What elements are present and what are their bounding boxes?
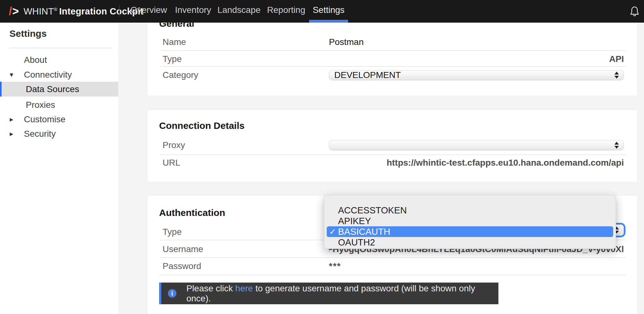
generate-credentials-link[interactable]: here — [235, 284, 253, 293]
chevron-right-icon[interactable]: ▸ — [10, 115, 19, 124]
sidebar-item-customise[interactable]: ▸ Customise — [0, 112, 118, 127]
sidebar-item-proxies[interactable]: Proxies — [0, 97, 118, 112]
chevron-right-icon[interactable]: ▸ — [10, 130, 19, 138]
auth-type-label: Type — [163, 227, 182, 237]
row-divider — [159, 257, 626, 258]
dropdown-option-oauth2[interactable]: OAUTH2 — [327, 237, 613, 248]
type-label: Type — [163, 54, 182, 64]
sidebar-item-label: Data Sources — [26, 84, 79, 94]
sidebar-divider — [9, 48, 112, 48]
tab-reporting[interactable]: Reporting — [267, 0, 305, 20]
password-label: Password — [163, 261, 201, 272]
auth-type-dropdown-menu: ACCESSTOKEN APIKEY ✓ BASICAUTH OAUTH2 — [324, 195, 616, 249]
category-select-value: DEVELOPMENT — [334, 70, 401, 80]
sidebar-item-label: Security — [24, 129, 56, 139]
category-select[interactable]: DEVELOPMENT — [329, 70, 624, 80]
dropdown-option-label: ACCESSTOKEN — [338, 205, 407, 216]
dropdown-option-basicauth[interactable]: ✓ BASICAUTH — [327, 226, 613, 237]
sidebar-item-connectivity[interactable]: ▾ Connectivity — [0, 67, 118, 82]
tab-landscape[interactable]: Landscape — [217, 0, 260, 20]
sidebar-item-label: Proxies — [26, 100, 55, 110]
url-value: https://whintic-test.cfapps.eu10.hana.on… — [329, 157, 624, 168]
notifications-bell-icon[interactable] — [630, 6, 639, 17]
sidebar-item-label: About — [24, 55, 47, 65]
sidebar-item-security[interactable]: ▸ Security — [0, 126, 118, 141]
username-label: Username — [163, 244, 203, 255]
app-logo[interactable]: /> WHINT®Integration Cockpit — [9, 0, 143, 23]
row-divider — [159, 50, 626, 51]
name-label: Name — [163, 37, 186, 47]
password-value: *** — [329, 261, 624, 272]
section-title-connection-details: Connection Details — [159, 120, 245, 131]
registered-mark: ® — [54, 7, 57, 12]
app-title: WHINT®Integration Cockpit — [24, 6, 143, 17]
sidebar-item-data-sources[interactable]: Data Sources — [0, 82, 118, 96]
logo-slash: / — [9, 5, 12, 18]
proxy-select[interactable] — [329, 140, 624, 150]
sidebar-title: Settings — [9, 28, 47, 39]
selected-indicator — [0, 82, 2, 96]
settings-sidebar: Settings About ▾ Connectivity Data Sourc… — [0, 23, 118, 314]
chevron-down-icon[interactable]: ▾ — [10, 71, 19, 79]
brand-name: WHINT — [24, 6, 54, 16]
row-divider — [159, 155, 626, 155]
dropdown-option-label: APIKEY — [338, 216, 371, 226]
category-label: Category — [163, 70, 198, 80]
type-value: API — [329, 54, 624, 64]
app-root: /> WHINT®Integration Cockpit Overview In… — [0, 0, 644, 314]
tab-settings[interactable]: Settings — [313, 0, 344, 20]
info-icon: i — [168, 289, 176, 298]
logo-chevron: > — [12, 5, 19, 18]
dropdown-option-label: OAUTH2 — [338, 237, 375, 248]
section-title-authentication: Authentication — [159, 207, 225, 218]
sidebar-item-label: Customise — [24, 114, 65, 124]
logo-code-icon: /> — [9, 5, 19, 18]
sidebar-item-about[interactable]: About — [0, 52, 118, 67]
banner-text: Please click here to generate username a… — [186, 284, 498, 304]
top-nav-bar: /> WHINT®Integration Cockpit Overview In… — [0, 0, 644, 23]
proxy-label: Proxy — [163, 140, 185, 151]
row-divider — [159, 66, 626, 67]
select-spinner-icon — [614, 72, 619, 79]
tab-overview[interactable]: Overview — [130, 0, 167, 20]
dropdown-option-accesstoken[interactable]: ACCESSTOKEN — [327, 205, 613, 216]
banner-text-before: Please click — [186, 284, 236, 293]
connection-details-section: Connection Details Proxy URL https://whi… — [148, 110, 637, 182]
active-tab-indicator — [309, 20, 348, 23]
select-spinner-icon — [614, 142, 619, 149]
row-divider — [159, 275, 626, 275]
checkmark-icon: ✓ — [329, 227, 338, 237]
tab-inventory[interactable]: Inventory — [175, 0, 211, 20]
name-value: Postman — [329, 37, 624, 47]
header-divider — [119, 5, 120, 17]
dropdown-option-apikey[interactable]: APIKEY — [327, 216, 613, 226]
url-label: URL — [163, 157, 180, 168]
info-banner: i Please click here to generate username… — [159, 283, 498, 304]
sidebar-item-label: Connectivity — [24, 70, 72, 80]
dropdown-option-label: BASICAUTH — [338, 227, 390, 237]
